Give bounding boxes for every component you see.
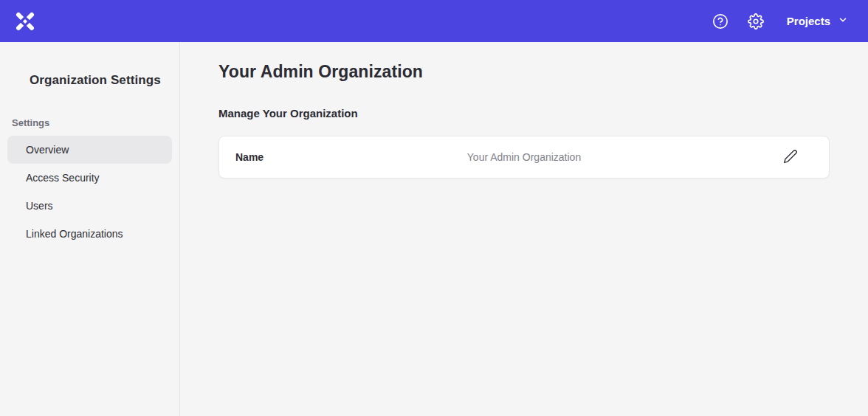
pencil-edit-icon	[783, 149, 798, 166]
projects-dropdown-label: Projects	[787, 15, 830, 27]
sidebar-item-access-security[interactable]: Access Security	[7, 164, 172, 192]
sidebar-item-linked-organizations[interactable]: Linked Organizations	[7, 220, 172, 248]
top-navbar: Projects	[0, 0, 868, 42]
section-title: Manage Your Organization	[218, 107, 830, 119]
settings-button[interactable]	[741, 7, 771, 36]
sidebar-item-label: Access Security	[26, 172, 100, 184]
sidebar-section-label: Settings	[0, 117, 179, 128]
main-content: Your Admin Organization Manage Your Orga…	[180, 42, 868, 416]
sidebar-item-overview[interactable]: Overview	[7, 136, 172, 164]
organization-name-card: Name Your Admin Organization	[218, 136, 830, 178]
sidebar-title: Organization Settings	[0, 73, 179, 88]
sidebar-item-label: Overview	[26, 144, 69, 156]
help-button[interactable]	[706, 7, 735, 36]
projects-dropdown[interactable]: Projects	[785, 9, 850, 33]
sidebar-item-users[interactable]: Users	[7, 192, 172, 220]
edit-name-button[interactable]	[780, 147, 801, 167]
app-window: Projects Organization Settings Settings …	[0, 0, 868, 416]
organization-name-value: Your Admin Organization	[219, 151, 829, 163]
name-field-label: Name	[235, 151, 264, 163]
chevron-down-icon	[838, 15, 848, 27]
help-circle-icon	[712, 13, 728, 30]
settings-sidebar: Organization Settings Settings Overview …	[0, 42, 180, 416]
gear-icon	[748, 13, 764, 30]
x-logo[interactable]	[15, 12, 35, 31]
sidebar-nav: Overview Access Security Users Linked Or…	[0, 136, 179, 248]
sidebar-item-label: Linked Organizations	[26, 228, 123, 240]
sidebar-item-label: Users	[26, 200, 53, 212]
page-title: Your Admin Organization	[218, 62, 830, 82]
